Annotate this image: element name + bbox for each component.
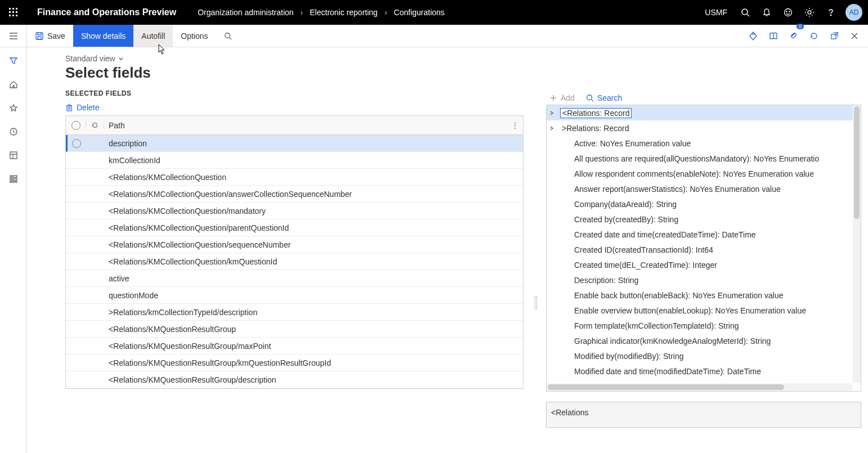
bell-icon[interactable] [757, 0, 777, 25]
attachment-icon[interactable]: 0 [785, 25, 803, 47]
refresh-icon[interactable] [805, 25, 823, 47]
topbar-right: USMF AD [705, 0, 868, 25]
svg-rect-21 [38, 37, 41, 39]
svg-rect-7 [12, 15, 14, 16]
help-icon[interactable] [821, 0, 841, 25]
app-title: Finance and Operations Preview [27, 7, 186, 17]
breadcrumb-item[interactable]: Organization administration [196, 8, 294, 17]
svg-point-16 [830, 15, 831, 15]
options-button[interactable]: Options [173, 25, 216, 47]
svg-rect-3 [9, 11, 11, 13]
breadcrumb: Organization administration › Electronic… [196, 8, 446, 17]
svg-rect-4 [12, 11, 14, 13]
gear-icon[interactable] [799, 0, 820, 25]
svg-rect-2 [16, 8, 17, 10]
breadcrumb-item[interactable]: Electronic reporting [308, 8, 379, 17]
svg-point-9 [742, 9, 748, 15]
svg-point-12 [785, 9, 792, 16]
smiley-icon[interactable] [778, 0, 798, 25]
diamond-icon[interactable] [744, 25, 762, 47]
actionbar: Save Show details Autofill Options 0 [0, 25, 868, 47]
save-label: Save [47, 32, 65, 41]
svg-point-22 [225, 33, 230, 38]
close-icon[interactable] [845, 25, 863, 47]
svg-point-15 [808, 11, 811, 14]
breadcrumb-item[interactable]: Configurations [393, 8, 446, 17]
svg-line-23 [229, 37, 231, 39]
actionbar-right: 0 [744, 25, 868, 47]
autofill-button[interactable]: Autofill [133, 25, 173, 47]
popout-icon[interactable] [825, 25, 843, 47]
svg-rect-0 [9, 8, 11, 10]
svg-point-13 [786, 11, 787, 12]
save-button[interactable]: Save [27, 25, 73, 47]
attachment-count: 0 [797, 24, 804, 29]
search-icon[interactable] [735, 0, 755, 25]
chevron-right-icon: › [301, 8, 303, 17]
svg-rect-5 [16, 11, 17, 13]
waffle-icon[interactable] [0, 0, 27, 25]
svg-rect-1 [12, 8, 14, 10]
avatar[interactable]: AD [845, 4, 862, 21]
svg-rect-8 [16, 15, 17, 16]
topbar: Finance and Operations Preview Organizat… [0, 0, 868, 25]
svg-rect-6 [9, 15, 11, 16]
show-details-button[interactable]: Show details [73, 25, 133, 47]
menu-toggle-icon[interactable] [0, 25, 27, 47]
book-icon[interactable] [764, 25, 782, 47]
svg-point-14 [789, 11, 790, 12]
chevron-right-icon: › [384, 8, 387, 17]
svg-line-10 [747, 14, 749, 16]
search-action-icon[interactable] [216, 25, 240, 47]
svg-rect-20 [36, 33, 43, 39]
company-label[interactable]: USMF [705, 8, 727, 17]
